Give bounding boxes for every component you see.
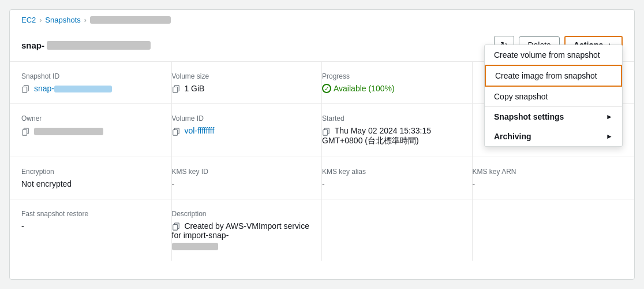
copy-icon-owner[interactable] (21, 128, 29, 136)
detail-row4-col4 (473, 199, 623, 261)
label-started: Started (322, 114, 463, 123)
dropdown-item-archiving[interactable]: Archiving ► (485, 127, 622, 146)
check-circle-icon: ✓ (322, 84, 331, 93)
archiving-arrow: ► (606, 132, 613, 140)
svg-rect-9 (323, 129, 328, 135)
svg-rect-3 (173, 87, 177, 93)
value-volume-size: 1 GiB (172, 84, 313, 93)
value-started: Thu May 02 2024 15:33:15GMT+0800 (台北標準時間… (322, 126, 463, 146)
dropdown-item-create-image[interactable]: Create image from snapshot (485, 65, 622, 87)
breadcrumb-separator-1: › (39, 16, 42, 24)
snapshot-settings-label: Snapshot settings (494, 112, 564, 121)
description-text: Created by AWS-VMImport service for impo… (172, 221, 309, 240)
value-encryption: Not encrypted (21, 179, 162, 188)
snapshot-id-link[interactable]: snap- (34, 84, 112, 93)
snapshot-settings-arrow: ► (606, 113, 613, 121)
detail-progress: Progress ✓ Available (100%) (322, 62, 473, 103)
copy-icon-volume-id (172, 128, 180, 136)
detail-started: Started Thu May 02 2024 15:33:15GMT+0800… (322, 104, 473, 156)
title-prefix: snap- (21, 40, 44, 50)
actions-dropdown-menu: Create volume from snapshot Create image… (484, 45, 623, 147)
value-kms-key-alias: - (322, 179, 463, 188)
label-kms-key-arn: KMS key ARN (473, 168, 614, 176)
svg-rect-1 (23, 87, 27, 93)
svg-rect-11 (173, 224, 177, 230)
detail-volume-id: Volume ID vol-ffffffff (172, 104, 323, 156)
detail-kms-key-arn: KMS key ARN - (473, 157, 623, 199)
label-kms-key-alias: KMS key alias (322, 168, 463, 176)
detail-kms-key-alias: KMS key alias - (322, 157, 473, 199)
detail-kms-key-id: KMS key ID - (172, 157, 323, 199)
value-kms-key-arn: - (473, 179, 614, 188)
dropdown-item-copy-snapshot[interactable]: Copy snapshot (485, 87, 622, 106)
detail-snapshot-id: Snapshot ID snap- (21, 62, 172, 103)
value-snapshot-id: snap- (21, 84, 162, 93)
breadcrumb-resource-id (90, 16, 171, 24)
volume-id-link[interactable]: vol-ffffffff (184, 126, 214, 135)
owner-value-redacted (34, 128, 103, 135)
detail-volume-size: Volume size 1 GiB (172, 62, 323, 103)
copy-icon-snapshot-id[interactable] (21, 85, 29, 93)
svg-rect-5 (23, 129, 27, 135)
detail-owner: Owner (21, 104, 172, 156)
label-owner: Owner (21, 114, 162, 123)
value-volume-id: vol-ffffffff (172, 126, 313, 135)
detail-grid-row3: Encryption Not encrypted KMS key ID - KM… (10, 157, 634, 199)
breadcrumb-ec2-link[interactable]: EC2 (21, 16, 36, 24)
svg-rect-7 (173, 129, 177, 135)
value-kms-key-id: - (172, 179, 313, 188)
dropdown-item-snapshot-settings[interactable]: Snapshot settings ► (485, 107, 622, 127)
progress-text: Available (100%) (334, 84, 395, 93)
detail-encryption: Encryption Not encrypted (21, 157, 172, 199)
label-volume-size: Volume size (172, 72, 313, 80)
label-description: Description (172, 210, 313, 218)
page-wrapper: EC2 › Snapshots › snap- ↻ Delete Actions… (9, 9, 635, 280)
description-redacted (172, 243, 218, 250)
breadcrumb-snapshots-link[interactable]: Snapshots (45, 16, 80, 24)
value-description: Created by AWS-VMImport service for impo… (172, 221, 313, 250)
copy-icon-volume-size (172, 85, 180, 93)
breadcrumb: EC2 › Snapshots › (10, 10, 634, 29)
detail-description: Description Created by AWS-VMImport serv… (172, 199, 323, 261)
label-snapshot-id: Snapshot ID (21, 72, 162, 80)
title-redacted (47, 41, 151, 50)
dropdown-item-create-volume[interactable]: Create volume from snapshot (485, 45, 622, 65)
detail-grid-row4: Fast snapshot restore - Description Crea… (10, 199, 634, 261)
label-kms-key-id: KMS key ID (172, 168, 313, 176)
value-fast-restore: - (21, 221, 162, 231)
label-volume-id: Volume ID (172, 114, 313, 123)
value-progress: ✓ Available (100%) (322, 84, 463, 93)
label-fast-restore: Fast snapshot restore (21, 210, 162, 218)
detail-fast-restore: Fast snapshot restore - (21, 199, 172, 261)
detail-row4-col3 (322, 199, 473, 261)
copy-icon-started (322, 128, 330, 136)
label-encryption: Encryption (21, 168, 162, 176)
value-owner (21, 126, 162, 135)
copy-icon-description (172, 223, 180, 231)
archiving-label: Archiving (494, 132, 531, 141)
resource-title: snap- (21, 40, 151, 50)
breadcrumb-separator-2: › (84, 16, 87, 24)
label-progress: Progress (322, 72, 463, 80)
